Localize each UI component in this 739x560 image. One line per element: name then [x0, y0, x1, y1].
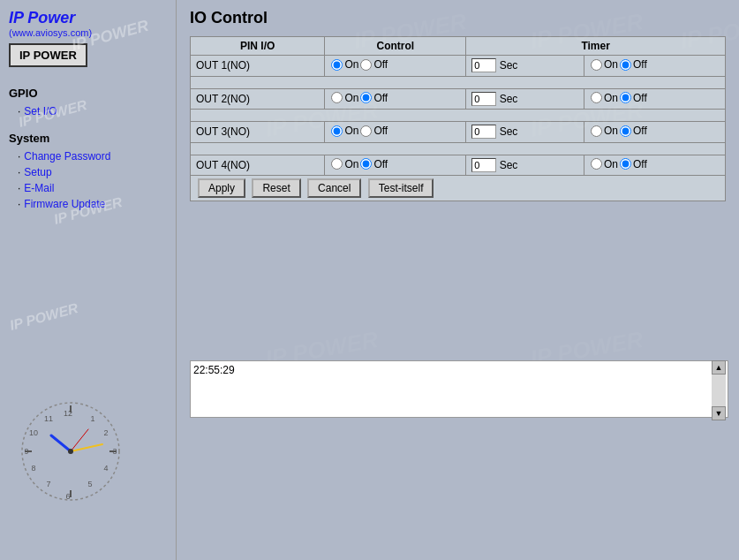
col-header-timer: Timer: [466, 37, 726, 56]
timer2-off-label: Off: [633, 92, 647, 104]
nav-item-set-io[interactable]: · Set I/O: [18, 105, 167, 117]
ctrl1-on-radio[interactable]: [331, 59, 343, 71]
log-textarea[interactable]: 22:55:29: [190, 360, 728, 418]
svg-line-17: [51, 435, 71, 451]
brand-title[interactable]: IP Power: [9, 9, 75, 26]
timer3-off-radio[interactable]: [620, 125, 631, 137]
control-cell-3: On Off: [325, 122, 466, 143]
sec-input-3[interactable]: [471, 125, 496, 139]
gpio-section-title: GPIO: [9, 87, 167, 100]
timer-radio-cell-1: On Off: [584, 56, 726, 77]
nav-item-email[interactable]: · E-Mail: [18, 182, 167, 194]
brand-link[interactable]: (www.aviosys.com): [9, 27, 167, 38]
button-cell: Apply Reset Cancel Test-itself: [191, 176, 726, 201]
sec-label-2: Sec: [500, 93, 518, 105]
bullet-change-password: ·: [18, 150, 20, 163]
control-radio-group-1[interactable]: On Off: [330, 58, 388, 71]
sidebar: IP POWER IP POWER IP POWER IP POWER IP P…: [0, 0, 177, 560]
control-cell-1: On Off: [325, 56, 466, 77]
timer4-off-label: Off: [633, 158, 647, 170]
svg-text:9: 9: [24, 447, 28, 456]
spacer-row-1: [191, 76, 726, 88]
sec-label-4: Sec: [500, 159, 518, 171]
control-radio-group-2[interactable]: On Off: [330, 92, 388, 104]
sidebar-header: IP Power (www.aviosys.com) IP POWER: [9, 9, 167, 67]
ctrl2-on-radio[interactable]: [331, 92, 343, 103]
sec-input-1[interactable]: [471, 58, 496, 72]
sec-input-4[interactable]: [471, 158, 496, 172]
svg-point-20: [68, 449, 73, 454]
col-header-control: Control: [325, 37, 466, 56]
timer-radio-cell-2: On Off: [584, 88, 726, 110]
nav-item-change-password[interactable]: · Change Password: [18, 150, 167, 163]
control-cell-4: On Off: [325, 155, 466, 176]
sec-input-2[interactable]: [471, 92, 496, 106]
timer4-on-label: On: [604, 158, 618, 170]
timer-radio-group-2[interactable]: On Off: [590, 92, 647, 104]
reset-button[interactable]: Reset: [252, 178, 300, 198]
pin-label-2: OUT 2(NO): [191, 88, 325, 110]
system-section-title: System: [9, 132, 167, 145]
nav-link-email[interactable]: E-Mail: [24, 182, 54, 194]
control-radio-group-3[interactable]: On Off: [330, 125, 388, 137]
sec-label-3: Sec: [500, 125, 518, 138]
button-row: Apply Reset Cancel Test-itself: [191, 176, 726, 201]
spacer-cell-1: [191, 76, 726, 88]
test-itself-button[interactable]: Test-itself: [368, 178, 434, 198]
svg-text:7: 7: [46, 480, 50, 488]
log-scroll-up-button[interactable]: ▲: [712, 360, 726, 375]
ip-power-button[interactable]: IP POWER: [9, 43, 87, 67]
timer2-on-radio[interactable]: [591, 92, 602, 103]
timer-sec-cell-3: Sec: [466, 122, 584, 143]
nav-link-set-io[interactable]: Set I/O: [24, 105, 57, 117]
io-control-table: PIN I/O Control Timer OUT 1(NO) On Off: [190, 36, 726, 201]
cancel-button[interactable]: Cancel: [307, 178, 361, 198]
main-content: IP POWER IP POWER IP POWER IP POWER IP P…: [177, 0, 739, 560]
sec-label-1: Sec: [500, 59, 518, 72]
page-title: IO Control: [190, 9, 726, 27]
ctrl1-off-label: Off: [373, 58, 388, 71]
nav-item-firmware-update[interactable]: · Firmware Update: [18, 198, 167, 210]
table-row: OUT 2(NO) On Off Sec On: [191, 88, 726, 110]
timer-sec-cell-1: Sec: [466, 56, 584, 77]
nav-link-firmware-update[interactable]: Firmware Update: [24, 198, 105, 210]
pin-label-3: OUT 3(NO): [191, 122, 325, 143]
ctrl1-off-radio[interactable]: [360, 59, 372, 71]
control-radio-group-4[interactable]: On Off: [330, 158, 388, 170]
timer3-on-radio[interactable]: [591, 125, 602, 137]
nav-item-setup[interactable]: · Setup: [18, 166, 167, 178]
timer4-off-radio[interactable]: [620, 158, 631, 170]
pin-label-1: OUT 1(NO): [191, 56, 325, 77]
ctrl3-off-label: Off: [373, 125, 388, 137]
timer-radio-group-3[interactable]: On Off: [590, 125, 647, 137]
ctrl2-off-label: Off: [373, 92, 388, 104]
svg-text:10: 10: [29, 428, 38, 437]
spacer-row-3: [191, 142, 726, 155]
ctrl4-on-radio[interactable]: [331, 158, 343, 170]
nav-link-change-password[interactable]: Change Password: [24, 150, 110, 163]
timer-sec-cell-4: Sec: [466, 155, 584, 176]
timer-radio-group-4[interactable]: On Off: [590, 158, 647, 170]
ctrl3-off-radio[interactable]: [360, 125, 372, 137]
ctrl4-off-radio[interactable]: [360, 158, 372, 170]
ctrl3-on-radio[interactable]: [331, 125, 343, 137]
ctrl4-on-label: On: [344, 158, 358, 170]
timer3-off-label: Off: [633, 125, 647, 137]
ctrl4-off-label: Off: [373, 158, 388, 170]
nav-link-setup[interactable]: Setup: [24, 166, 51, 178]
svg-text:5: 5: [87, 480, 92, 488]
timer4-on-radio[interactable]: [591, 158, 602, 170]
ctrl2-on-label: On: [344, 92, 358, 104]
log-scroll-down-button[interactable]: ▼: [712, 406, 726, 420]
timer1-off-radio[interactable]: [620, 59, 631, 71]
timer-radio-group-1[interactable]: On Off: [590, 58, 647, 71]
svg-text:2: 2: [103, 428, 108, 437]
apply-button[interactable]: Apply: [198, 178, 245, 198]
timer1-on-radio[interactable]: [591, 59, 602, 71]
timer2-off-radio[interactable]: [620, 92, 631, 103]
svg-text:8: 8: [31, 464, 35, 473]
ctrl2-off-radio[interactable]: [360, 92, 372, 103]
ctrl1-on-label: On: [344, 58, 358, 71]
spacer-cell-3: [191, 142, 726, 155]
bullet-set-io: ·: [18, 105, 20, 117]
